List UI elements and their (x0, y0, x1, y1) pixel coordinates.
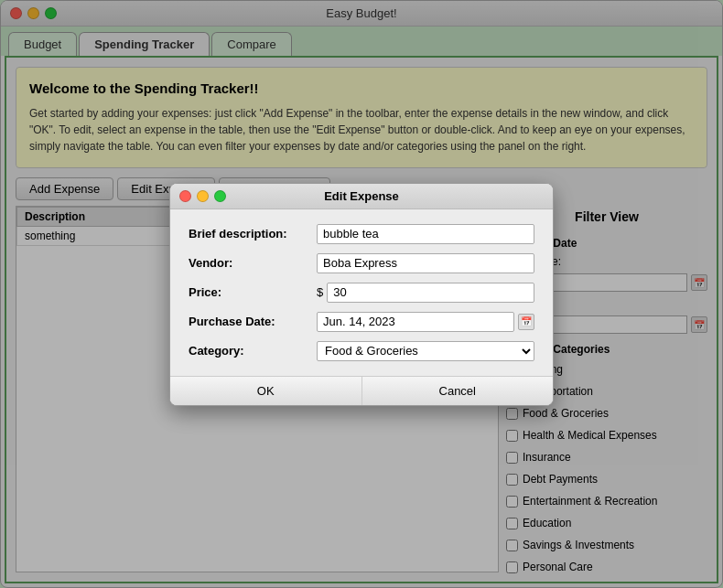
modal-overlay: Edit Expense Brief description: Vendor: … (0, 0, 723, 588)
price-wrapper: $ (317, 283, 534, 303)
date-cal-button[interactable]: 📅 (518, 314, 534, 330)
category-select[interactable]: HousingTransportationFood & GroceriesHea… (317, 341, 534, 361)
price-label: Price: (189, 285, 317, 299)
modal-maximize-button[interactable] (214, 190, 226, 202)
ok-button[interactable]: OK (170, 377, 362, 405)
vendor-row: Vendor: (189, 253, 534, 273)
modal-body: Brief description: Vendor: Price: $ Purc… (170, 209, 553, 376)
vendor-label: Vendor: (189, 256, 317, 270)
modal-window-controls (179, 190, 226, 202)
price-input[interactable] (327, 283, 534, 303)
date-wrapper: 📅 (317, 312, 534, 332)
price-row: Price: $ (189, 283, 534, 303)
date-label: Purchase Date: (189, 315, 317, 328)
description-input[interactable] (317, 224, 534, 244)
date-input[interactable] (317, 312, 514, 332)
description-label: Brief description: (189, 227, 317, 241)
modal-title-bar: Edit Expense (170, 184, 553, 209)
description-row: Brief description: (189, 224, 534, 244)
modal-close-button[interactable] (179, 190, 191, 202)
vendor-input[interactable] (317, 253, 534, 273)
modal-title: Edit Expense (324, 189, 399, 203)
category-label: Category: (189, 344, 317, 358)
date-row: Purchase Date: 📅 (189, 312, 534, 332)
cancel-button[interactable]: Cancel (362, 377, 554, 405)
category-row: Category: HousingTransportationFood & Gr… (189, 341, 534, 361)
modal-minimize-button[interactable] (197, 190, 209, 202)
price-prefix-symbol: $ (317, 285, 323, 299)
edit-expense-modal: Edit Expense Brief description: Vendor: … (169, 183, 554, 406)
modal-footer: OK Cancel (170, 376, 553, 405)
